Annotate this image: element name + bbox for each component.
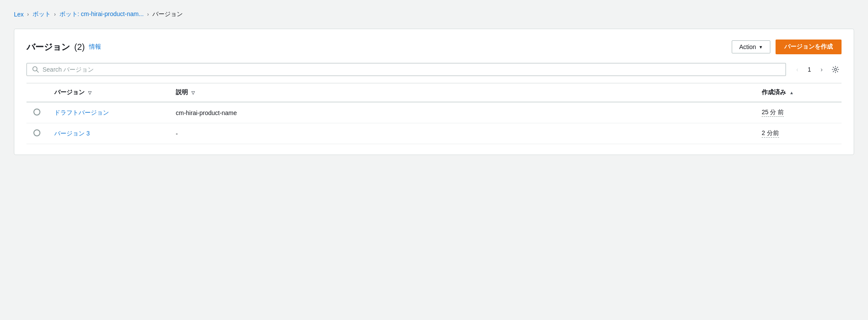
radio-button[interactable] [33,109,40,115]
version-link[interactable]: ドラフトバージョン [54,109,109,116]
search-wrapper [26,63,786,76]
search-icon [32,66,39,73]
breadcrumb-bot-name[interactable]: ボット: cm-hirai-product-nam... [59,10,144,18]
breadcrumb-lex[interactable]: Lex [14,11,24,18]
row-created-cell: 2 分前 [755,123,842,144]
table-body: ドラフトバージョンcm-hirai-product-name25 分 前バージョ… [26,102,842,144]
row-version-cell: ドラフトバージョン [47,102,169,123]
created-sort-icon: ▲ [789,90,794,95]
table-header-row: バージョン ▽ 説明 ▽ 作成済み ▲ [26,83,842,102]
action-button[interactable]: Action ▼ [732,40,770,53]
created-time: 2 分前 [762,129,779,138]
col-header-check [26,83,47,102]
breadcrumb-sep-2: › [54,11,56,17]
svg-point-2 [835,69,837,71]
breadcrumb-current: バージョン [152,10,183,18]
search-row: ‹ 1 › [26,63,842,76]
breadcrumb-sep-3: › [147,11,149,17]
page-title: バージョン [26,41,70,53]
main-card: バージョン (2) 情報 Action ▼ バージョンを作成 ‹ 1 › [14,29,854,155]
action-button-label: Action [739,43,756,50]
item-count: (2) [74,42,85,52]
create-version-button[interactable]: バージョンを作成 [776,40,842,54]
next-page-button[interactable]: › [815,63,828,76]
search-input[interactable] [43,66,780,73]
col-header-version[interactable]: バージョン ▽ [47,83,169,102]
breadcrumb: Lex › ボット › ボット: cm-hirai-product-nam...… [14,10,854,18]
pagination: ‹ 1 › [791,63,842,76]
created-time: 25 分 前 [762,109,784,117]
action-dropdown-icon: ▼ [759,45,763,49]
row-version-cell: バージョン 3 [47,123,169,144]
row-radio-cell [26,123,47,144]
row-radio-cell [26,102,47,123]
info-link[interactable]: 情報 [89,43,101,51]
card-header: バージョン (2) 情報 Action ▼ バージョンを作成 [26,40,842,54]
table-settings-button[interactable] [829,63,842,76]
card-header-right: Action ▼ バージョンを作成 [732,40,842,54]
table-row: ドラフトバージョンcm-hirai-product-name25 分 前 [26,102,842,123]
col-header-created[interactable]: 作成済み ▲ [755,83,842,102]
version-sort-icon: ▽ [88,90,92,95]
table-row: バージョン 3-2 分前 [26,123,842,144]
prev-page-button[interactable]: ‹ [791,63,803,76]
row-created-cell: 25 分 前 [755,102,842,123]
row-description-cell: - [169,123,755,144]
description-sort-icon: ▽ [191,90,195,95]
breadcrumb-bots[interactable]: ボット [33,10,51,18]
gear-icon [832,66,839,73]
radio-button[interactable] [33,129,40,136]
svg-line-1 [37,71,39,73]
version-link[interactable]: バージョン 3 [54,130,90,137]
col-header-description[interactable]: 説明 ▽ [169,83,755,102]
current-page: 1 [805,66,814,73]
breadcrumb-sep-1: › [27,11,29,17]
card-header-left: バージョン (2) 情報 [26,41,101,53]
versions-table: バージョン ▽ 説明 ▽ 作成済み ▲ ドラフトバージョンcm-hirai-pr… [26,83,842,144]
table-container: バージョン ▽ 説明 ▽ 作成済み ▲ ドラフトバージョンcm-hirai-pr… [26,83,842,144]
row-description-cell: cm-hirai-product-name [169,102,755,123]
